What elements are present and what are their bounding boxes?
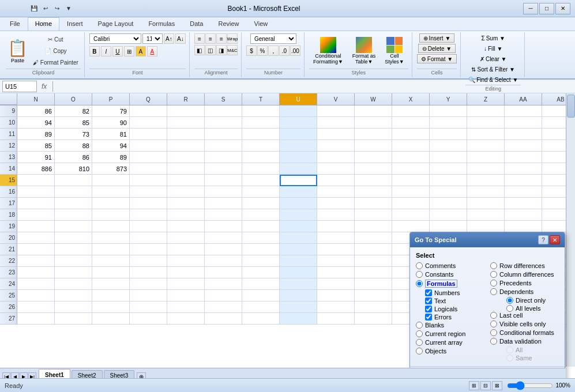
option-current-array[interactable]: Current array — [416, 339, 484, 346]
option-dependents[interactable]: Dependents — [490, 288, 559, 295]
clear-button[interactable]: ✗ Clear ▼ — [477, 54, 510, 63]
same-sub-radio[interactable] — [506, 355, 513, 361]
option-visible-cells[interactable]: Visible cells only — [490, 321, 559, 327]
row-header-20[interactable]: 20 — [0, 232, 17, 244]
data-validation-radio[interactable] — [490, 338, 497, 345]
cell-O14[interactable]: 810 — [55, 163, 92, 175]
cell-X10[interactable] — [392, 117, 430, 129]
select-all-corner[interactable] — [0, 93, 17, 105]
cell-R13[interactable] — [167, 152, 205, 163]
formulas-radio[interactable] — [416, 280, 423, 287]
cell-X14[interactable] — [392, 163, 430, 175]
row-header-18[interactable]: 18 — [0, 209, 17, 221]
cell-O13[interactable]: 86 — [55, 152, 92, 163]
cell-T14[interactable] — [242, 163, 280, 175]
cut-button[interactable]: ✂ Cut — [31, 34, 81, 44]
cell-V12[interactable] — [317, 140, 355, 152]
sort-filter-button[interactable]: ⇅ Sort & Filter ▼ — [468, 65, 517, 74]
format-cells-button[interactable]: ⚙ Format ▼ — [417, 54, 457, 63]
cell-Q14[interactable] — [130, 163, 167, 175]
option-same-sub[interactable]: Same — [506, 355, 559, 361]
cell-V11[interactable] — [317, 129, 355, 140]
cell-AA14[interactable] — [505, 163, 542, 175]
cell-S10[interactable] — [205, 117, 242, 129]
bold-button[interactable]: B — [89, 46, 100, 56]
cell-U11[interactable] — [280, 129, 317, 140]
option-objects[interactable]: Objects — [416, 348, 484, 355]
cell-P14[interactable]: 873 — [92, 163, 130, 175]
row-header-16[interactable]: 16 — [0, 186, 17, 198]
cell-X13[interactable] — [392, 152, 430, 163]
cell-N12[interactable]: 85 — [17, 140, 55, 152]
col-diff-radio[interactable] — [490, 271, 497, 278]
constants-radio[interactable] — [416, 271, 423, 278]
cell-O11[interactable]: 73 — [55, 129, 92, 140]
option-col-differences[interactable]: Column differences — [490, 271, 559, 278]
border-button[interactable]: ⊞ — [124, 46, 134, 56]
normal-view-btn[interactable]: ⊞ — [469, 381, 479, 390]
cell-reference-box[interactable]: U15 — [2, 81, 37, 92]
cell-N13[interactable]: 91 — [17, 152, 55, 163]
precedents-radio[interactable] — [490, 280, 497, 287]
cell-R12[interactable] — [167, 140, 205, 152]
page-break-view-btn[interactable]: ⊠ — [492, 381, 502, 390]
cell-AA10[interactable] — [505, 117, 542, 129]
vertical-scrollbar[interactable] — [566, 93, 575, 367]
cell-P15[interactable] — [92, 175, 130, 186]
cell-S11[interactable] — [205, 129, 242, 140]
col-header-X[interactable]: X — [392, 93, 430, 105]
zoom-slider[interactable] — [507, 381, 553, 390]
option-precedents[interactable]: Precedents — [490, 280, 559, 287]
close-button[interactable]: ✕ — [555, 3, 570, 14]
option-conditional-formats[interactable]: Conditional formats — [490, 329, 559, 336]
row-header-14[interactable]: 14 — [0, 163, 17, 175]
cell-T11[interactable] — [242, 129, 280, 140]
cell-U15[interactable] — [280, 175, 317, 186]
number-format-select[interactable]: General — [250, 33, 296, 44]
col-header-N[interactable]: N — [17, 93, 55, 105]
paste-button[interactable]: 📋 Paste — [6, 35, 29, 67]
accounting-btn[interactable]: $ — [246, 46, 257, 56]
dialog-close-button[interactable]: ✕ — [550, 235, 560, 244]
col-header-W[interactable]: W — [355, 93, 392, 105]
percent-btn[interactable]: % — [257, 46, 268, 56]
maximize-button[interactable]: □ — [539, 3, 554, 14]
cell-Q9[interactable] — [130, 105, 167, 117]
row-header-23[interactable]: 23 — [0, 267, 17, 278]
cell-P10[interactable]: 90 — [92, 117, 130, 129]
cell-O9[interactable]: 82 — [55, 105, 92, 117]
all-levels-radio[interactable] — [506, 305, 513, 312]
tab-formulas[interactable]: Formulas — [141, 17, 182, 31]
cell-O15[interactable] — [55, 175, 92, 186]
cond-formats-radio[interactable] — [490, 329, 497, 336]
align-left-btn[interactable]: ◧ — [194, 45, 205, 55]
col-header-O[interactable]: O — [55, 93, 92, 105]
cell-V13[interactable] — [317, 152, 355, 163]
conditional-formatting-button[interactable]: ConditionalFormatting▼ — [309, 35, 347, 67]
option-comments[interactable]: Comments — [416, 262, 484, 269]
cell-Z11[interactable] — [467, 129, 505, 140]
option-all-sub[interactable]: All — [506, 346, 559, 353]
cell-V14[interactable] — [317, 163, 355, 175]
cell-X11[interactable] — [392, 129, 430, 140]
cell-W15[interactable] — [355, 175, 392, 186]
option-current-region[interactable]: Current region — [416, 330, 484, 337]
cell-N15[interactable] — [17, 175, 55, 186]
cell-Z15[interactable] — [467, 175, 505, 186]
cell-V9[interactable] — [317, 105, 355, 117]
cell-Y15[interactable] — [430, 175, 467, 186]
cell-V15[interactable] — [317, 175, 355, 186]
cell-S12[interactable] — [205, 140, 242, 152]
row-header-24[interactable]: 24 — [0, 278, 17, 290]
cell-Y10[interactable] — [430, 117, 467, 129]
cell-U14[interactable] — [280, 163, 317, 175]
option-row-differences[interactable]: Row differences — [490, 262, 559, 269]
font-color-button[interactable]: A — [147, 46, 157, 56]
cell-W9[interactable] — [355, 105, 392, 117]
comma-btn[interactable]: , — [268, 46, 279, 56]
row-header-22[interactable]: 22 — [0, 255, 17, 267]
numbers-checkbox[interactable] — [425, 289, 432, 296]
cell-R14[interactable] — [167, 163, 205, 175]
cell-U9[interactable] — [280, 105, 317, 117]
cell-X9[interactable] — [392, 105, 430, 117]
